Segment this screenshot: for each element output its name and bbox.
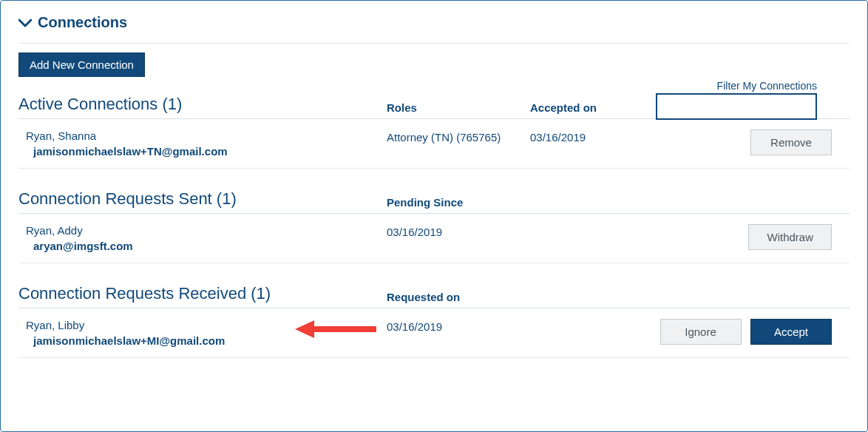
withdraw-button[interactable]: Withdraw — [748, 224, 832, 250]
table-row: Ryan, Libby jamisonmichaelslaw+MI@gmail.… — [18, 308, 850, 357]
accept-button[interactable]: Accept — [750, 319, 832, 345]
person-email: jamisonmichaelslaw+TN@gmail.com — [33, 145, 387, 158]
divider — [18, 357, 850, 358]
filter-input[interactable] — [656, 93, 817, 120]
filter-label: Filter My Connections — [656, 80, 817, 92]
connections-panel: Connections Add New Connection Active Co… — [0, 0, 868, 432]
panel-header[interactable]: Connections — [18, 14, 850, 31]
actions-cell: Withdraw — [656, 224, 850, 250]
ignore-button[interactable]: Ignore — [660, 319, 742, 345]
received-section-header-row: Connection Requests Received (1) Request… — [18, 284, 850, 303]
spacer — [530, 224, 656, 226]
panel-title: Connections — [38, 14, 127, 31]
actions-cell: Ignore Accept — [656, 319, 850, 345]
requests-received-section: Connection Requests Received (1) Request… — [18, 284, 850, 358]
received-section-title: Connection Requests Received (1) — [18, 284, 387, 303]
active-section-title: Active Connections (1) — [18, 95, 387, 114]
requested-on-column-header: Requested on — [387, 291, 530, 303]
chevron-down-icon — [18, 18, 32, 28]
table-row: Ryan, Shanna jamisonmichaelslaw+TN@gmail… — [18, 119, 850, 168]
accepted-on-column-header: Accepted on — [530, 101, 656, 114]
requests-sent-section: Connection Requests Sent (1) Pending Sin… — [18, 189, 850, 263]
actions-cell: Remove — [656, 129, 850, 155]
person-name: Ryan, Addy — [26, 224, 387, 237]
spacer — [530, 319, 656, 320]
person-cell: Ryan, Shanna jamisonmichaelslaw+TN@gmail… — [26, 129, 387, 158]
table-row: Ryan, Addy aryan@imgsft.com 03/16/2019 W… — [18, 214, 850, 263]
roles-cell: Attorney (TN) (765765) — [387, 129, 530, 144]
person-name: Ryan, Libby — [26, 319, 387, 331]
active-section-header-row: Active Connections (1) Roles Accepted on… — [18, 95, 850, 114]
sent-section-header-row: Connection Requests Sent (1) Pending Sin… — [18, 189, 850, 209]
add-new-connection-button[interactable]: Add New Connection — [18, 53, 145, 77]
filter-wrap: Filter My Connections — [656, 80, 817, 120]
active-connections-section: Active Connections (1) Roles Accepted on… — [18, 95, 850, 169]
date-cell: 03/16/2019 — [530, 129, 656, 144]
person-email: aryan@imgsft.com — [33, 240, 387, 252]
person-cell: Ryan, Libby jamisonmichaelslaw+MI@gmail.… — [26, 319, 387, 347]
divider — [18, 43, 850, 44]
remove-button[interactable]: Remove — [750, 129, 832, 155]
date-cell: 03/16/2019 — [387, 224, 530, 238]
roles-column-header: Roles — [387, 101, 530, 114]
sent-section-title: Connection Requests Sent (1) — [18, 189, 387, 209]
date-cell: 03/16/2019 — [387, 319, 530, 333]
person-name: Ryan, Shanna — [26, 129, 387, 142]
person-email: jamisonmichaelslaw+MI@gmail.com — [33, 334, 387, 347]
divider — [18, 263, 850, 263]
pending-since-column-header: Pending Since — [387, 196, 530, 209]
divider — [18, 168, 850, 169]
person-cell: Ryan, Addy aryan@imgsft.com — [26, 224, 387, 252]
